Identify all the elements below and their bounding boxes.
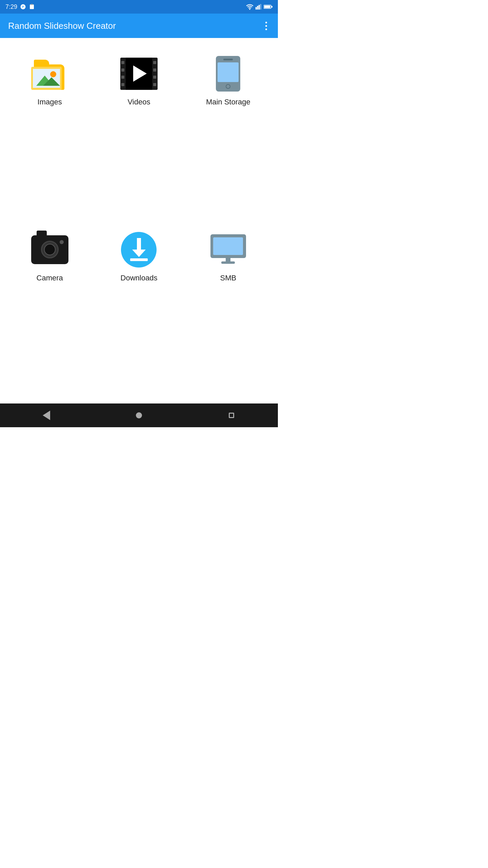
back-icon [43,411,50,420]
clipboard-icon [29,4,35,10]
folder-front [31,67,62,90]
more-dot-3 [265,28,267,30]
phone-home-button [226,84,230,89]
svg-rect-7 [259,5,260,10]
play-button [133,65,147,82]
bottom-nav [0,403,278,427]
signal-icon [256,4,262,10]
more-dot-2 [265,25,267,27]
home-button[interactable] [131,408,146,423]
camera-item[interactable]: Camera [7,224,93,393]
source-grid: Images Videos [0,38,278,403]
phone-speaker [223,59,233,60]
main-storage-icon [209,55,247,92]
mountain-scene [33,69,60,88]
camera-label: Camera [37,274,63,282]
monitor-neck [226,258,230,261]
camera-flash [60,240,64,244]
images-icon [31,55,68,92]
downloads-icon [120,231,158,268]
film-strip-left [120,58,126,90]
wifi-icon [246,4,253,10]
recent-button[interactable] [224,408,239,423]
home-icon [136,412,142,418]
svg-point-4 [249,8,250,10]
time-display: 7:29 [5,3,17,11]
main-storage-label: Main Storage [206,98,250,106]
notification-icon: P [20,4,26,10]
monitor-screen [210,234,246,258]
images-label: Images [38,98,62,106]
download-arrow [130,238,148,261]
app-bar: Random Slideshow Creator [0,14,278,38]
monitor-display [213,237,243,255]
smb-item[interactable]: SMB [185,224,271,393]
svg-rect-5 [256,7,257,9]
monitor-base [221,261,235,264]
camera-lens [41,241,59,258]
images-item[interactable]: Images [7,48,93,217]
videos-icon [120,55,158,92]
downloads-label: Downloads [121,274,158,282]
main-storage-item[interactable]: Main Storage [185,48,271,217]
status-icons [246,4,272,10]
phone-screen [218,62,239,82]
svg-rect-2 [30,4,34,9]
svg-rect-3 [31,4,33,5]
recent-icon [229,413,234,418]
videos-item[interactable]: Videos [96,48,182,217]
camera-lens-inner [44,244,56,255]
svg-rect-10 [271,6,272,8]
more-options-button[interactable] [263,19,270,33]
svg-rect-11 [264,6,270,8]
videos-label: Videos [128,98,150,106]
status-bar: 7:29 P [0,0,278,14]
app-title: Random Slideshow Creator [8,21,116,31]
smb-icon [209,231,247,268]
battery-icon [264,4,272,9]
back-button[interactable] [39,408,54,423]
smb-label: SMB [220,274,236,282]
svg-point-15 [50,71,56,77]
more-dot-1 [265,22,267,23]
svg-rect-8 [260,4,262,9]
film-strip-right [152,58,158,90]
downloads-item[interactable]: Downloads [96,224,182,393]
status-time: 7:29 P [5,3,35,11]
svg-rect-6 [257,6,259,9]
camera-icon [31,231,68,268]
svg-text:P: P [22,5,24,8]
